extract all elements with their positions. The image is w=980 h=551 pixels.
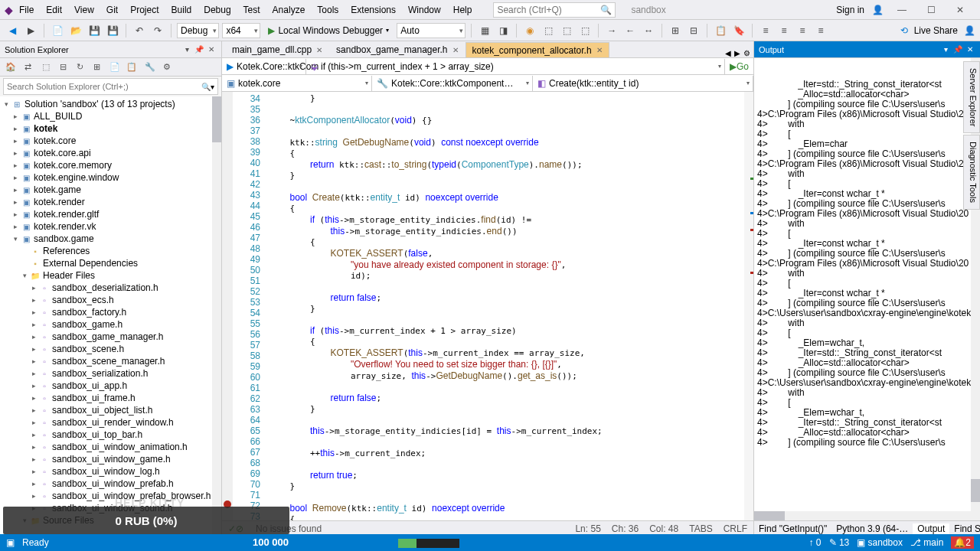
se-properties-icon[interactable]: 🔧 bbox=[142, 60, 158, 75]
tab-close-icon[interactable]: ✕ bbox=[452, 46, 459, 54]
tree-item[interactable]: ▸▫sandbox_ui_window_prefab_browser.h bbox=[0, 490, 221, 502]
redo-icon[interactable]: ↷ bbox=[150, 23, 165, 38]
close-button[interactable]: ✕ bbox=[949, 2, 971, 18]
menu-build[interactable]: Build bbox=[165, 2, 198, 18]
menu-view[interactable]: View bbox=[68, 2, 100, 18]
tree-item[interactable]: ▸▫sandbox_game_manager.h bbox=[0, 331, 221, 343]
open-icon[interactable]: 📂 bbox=[68, 23, 83, 38]
tree-item[interactable]: ▸▫sandbox_deserialization.h bbox=[0, 282, 221, 294]
se-pin-icon[interactable]: 📌 bbox=[194, 44, 204, 55]
tree-item[interactable]: ▸▣kotek.render.gltf bbox=[0, 208, 221, 220]
output-dropdown-icon[interactable]: ▾ bbox=[940, 44, 951, 55]
tree-item[interactable]: ▸▫sandbox_serialization.h bbox=[0, 367, 221, 380]
se-tb-1[interactable]: ⬚ bbox=[38, 60, 54, 75]
se-switch-icon[interactable]: ⇄ bbox=[20, 60, 35, 75]
source-control-pencil[interactable]: ✎ 13 bbox=[829, 537, 850, 548]
tree-item[interactable]: ▾⊞Solution 'sandbox' (13 of 13 projects) bbox=[0, 98, 221, 110]
menu-analyze[interactable]: Analyze bbox=[266, 2, 312, 18]
tabs-prev-icon[interactable]: ◀ bbox=[725, 49, 731, 57]
tree-item[interactable]: ▸▫sandbox_ui_window_log.h bbox=[0, 465, 221, 478]
output-tab[interactable]: Output bbox=[913, 523, 949, 534]
tree-item[interactable]: ▸▫sandbox_factory.h bbox=[0, 306, 221, 318]
code-minimap[interactable] bbox=[744, 92, 753, 520]
se-scrollbar[interactable] bbox=[212, 96, 221, 536]
nav-back-icon[interactable]: ◀ bbox=[5, 23, 20, 38]
se-dropdown-icon[interactable]: ▾ bbox=[181, 44, 192, 55]
se-tb-3[interactable]: ⊞ bbox=[89, 60, 104, 75]
tb-icon-17[interactable]: ≡ bbox=[813, 23, 828, 38]
platform-dropdown[interactable]: x64 bbox=[222, 23, 260, 38]
tb-icon-15[interactable]: ≡ bbox=[776, 23, 792, 38]
nav-fwd-icon[interactable]: ▶ bbox=[23, 23, 38, 38]
tb-icon-6[interactable]: ⬚ bbox=[577, 23, 593, 38]
tab-kotek_component_allocator.h[interactable]: kotek_component_allocator.h✕ bbox=[466, 42, 609, 57]
tree-item[interactable]: ▾▣sandbox.game bbox=[0, 233, 221, 245]
tree-item[interactable]: ▸▫sandbox_ui_window_animation.h bbox=[0, 441, 221, 453]
se-tree[interactable]: ▾⊞Solution 'sandbox' (13 of 13 projects)… bbox=[0, 96, 221, 536]
tree-item[interactable]: ▸▣kotek bbox=[0, 122, 221, 135]
tb-icon-12[interactable]: 📋 bbox=[713, 23, 728, 38]
maximize-button[interactable]: ☐ bbox=[920, 2, 942, 18]
tab-sandbox_game_manager.h[interactable]: sandbox_game_manager.h✕ bbox=[329, 42, 465, 57]
tb-icon-1[interactable]: ▦ bbox=[477, 23, 492, 38]
scope-dropdown[interactable]: ▶ Kotek.Core::ktkCom bbox=[222, 59, 306, 74]
tb-icon-16[interactable]: ≡ bbox=[795, 23, 810, 38]
code-content[interactable]: } ~ktkComponentAllocator(void) {} ktk::s… bbox=[266, 92, 744, 520]
tb-icon-8[interactable]: ← bbox=[622, 23, 638, 38]
save-icon[interactable]: 💾 bbox=[87, 23, 102, 38]
se-tb-5[interactable]: 📋 bbox=[124, 60, 139, 75]
saveall-icon[interactable]: 💾 bbox=[105, 23, 120, 38]
output-pin-icon[interactable]: 📌 bbox=[952, 44, 963, 55]
source-control-repo[interactable]: ▣ sandbox bbox=[857, 537, 903, 548]
tree-item[interactable]: ▸▣ALL_BUILD bbox=[0, 110, 221, 122]
menu-extensions[interactable]: Extensions bbox=[345, 2, 402, 18]
minimize-button[interactable]: — bbox=[891, 2, 913, 18]
tree-item[interactable]: ▸▫sandbox_ui_frame.h bbox=[0, 392, 221, 404]
tree-item[interactable]: ▸▫sandbox_ui_render_window.h bbox=[0, 416, 221, 429]
tabs-menu-icon[interactable]: ⚙ bbox=[743, 49, 750, 57]
se-search-input[interactable] bbox=[7, 82, 201, 91]
go-button[interactable]: ▶Go bbox=[725, 61, 753, 72]
tree-item[interactable]: ▸▣kotek.core.memory bbox=[0, 159, 221, 171]
tree-item[interactable]: ▸▫sandbox_scene_manager.h bbox=[0, 355, 221, 367]
tree-item[interactable]: ▸▣kotek.core.api bbox=[0, 147, 221, 159]
se-close-icon[interactable]: ✕ bbox=[206, 44, 217, 55]
condition-dropdown[interactable]: ⬙ if (this->m_current_index + 1 > array_… bbox=[306, 59, 725, 74]
tb-icon-7[interactable]: → bbox=[604, 23, 619, 38]
tb-icon-11[interactable]: ⊟ bbox=[686, 23, 701, 38]
new-icon[interactable]: 📄 bbox=[50, 23, 65, 38]
tree-item[interactable]: ▪External Dependencies bbox=[0, 257, 221, 269]
output-tab[interactable]: Python 3.9 (64-… bbox=[831, 523, 913, 534]
se-refresh-icon[interactable]: ↻ bbox=[72, 60, 87, 75]
menu-tools[interactable]: Tools bbox=[311, 2, 345, 18]
side-tab[interactable]: Diagnostic Tools bbox=[963, 135, 980, 210]
notifications-icon[interactable]: 🔔2 bbox=[951, 536, 974, 549]
menu-git[interactable]: Git bbox=[100, 2, 124, 18]
start-debug-button[interactable]: ▶ Local Windows Debugger ▾ bbox=[263, 25, 394, 36]
tab-main_game_dll.cpp[interactable]: main_game_dll.cpp✕ bbox=[225, 42, 329, 57]
output-tab[interactable]: Find Symbol Re… bbox=[949, 523, 980, 534]
menu-window[interactable]: Window bbox=[402, 2, 447, 18]
config-dropdown[interactable]: Debug bbox=[177, 23, 219, 38]
se-tb-4[interactable]: 📄 bbox=[107, 60, 122, 75]
tree-item[interactable]: ▸▣kotek.render bbox=[0, 196, 221, 208]
tb-icon-10[interactable]: ⊞ bbox=[668, 23, 683, 38]
menu-edit[interactable]: Edit bbox=[40, 2, 68, 18]
tree-item[interactable]: ▪References bbox=[0, 245, 221, 257]
feedback-icon[interactable]: 👤 bbox=[964, 25, 975, 36]
tree-item[interactable]: ▸▫sandbox_ui_object_list.h bbox=[0, 404, 221, 416]
se-home-icon[interactable]: 🏠 bbox=[3, 60, 18, 75]
tree-item[interactable]: ▸▫sandbox_ui_window_prefab.h bbox=[0, 478, 221, 490]
undo-icon[interactable]: ↶ bbox=[132, 23, 147, 38]
breakpoint-gutter[interactable] bbox=[222, 92, 233, 520]
se-tb-2[interactable]: ⊟ bbox=[55, 60, 70, 75]
tab-close-icon[interactable]: ✕ bbox=[316, 46, 322, 54]
menu-debug[interactable]: Debug bbox=[198, 2, 237, 18]
tree-item[interactable]: ▸▫sandbox_scene.h bbox=[0, 343, 221, 355]
account-icon[interactable]: 👤 bbox=[872, 5, 884, 15]
method-dropdown[interactable]: ◧ Create(ktk::entity_t id) bbox=[533, 76, 753, 91]
tb-icon-5[interactable]: ⬚ bbox=[559, 23, 574, 38]
tb-icon-3[interactable]: ◉ bbox=[522, 23, 537, 38]
se-tb-6[interactable]: ⚙ bbox=[159, 60, 175, 75]
tb-icon-9[interactable]: ↔ bbox=[641, 23, 656, 38]
